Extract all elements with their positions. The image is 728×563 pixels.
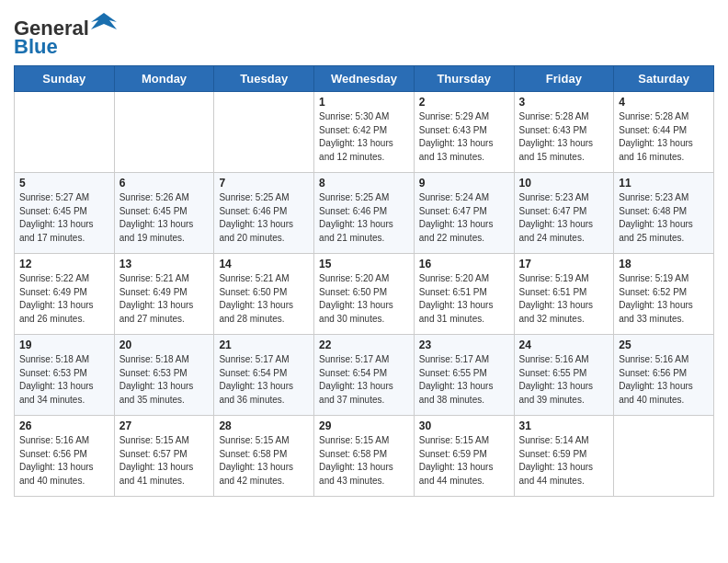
calendar-cell: 14Sunrise: 5:21 AM Sunset: 6:50 PM Dayli… (214, 254, 314, 335)
calendar-cell: 24Sunrise: 5:16 AM Sunset: 6:55 PM Dayli… (514, 335, 614, 416)
day-info: Sunrise: 5:15 AM Sunset: 6:59 PM Dayligh… (419, 434, 509, 488)
calendar-cell: 27Sunrise: 5:15 AM Sunset: 6:57 PM Dayli… (114, 416, 214, 497)
calendar-cell (614, 416, 714, 497)
calendar-cell: 10Sunrise: 5:23 AM Sunset: 6:47 PM Dayli… (514, 173, 614, 254)
calendar-cell: 11Sunrise: 5:23 AM Sunset: 6:48 PM Dayli… (614, 173, 714, 254)
day-info: Sunrise: 5:15 AM Sunset: 6:57 PM Dayligh… (119, 434, 210, 488)
calendar-week-1: 1Sunrise: 5:30 AM Sunset: 6:42 PM Daylig… (15, 92, 714, 173)
day-number: 5 (19, 177, 109, 190)
calendar-cell: 15Sunrise: 5:20 AM Sunset: 6:50 PM Dayli… (314, 254, 415, 335)
calendar-table: SundayMondayTuesdayWednesdayThursdayFrid… (14, 65, 714, 497)
day-info: Sunrise: 5:20 AM Sunset: 6:50 PM Dayligh… (319, 272, 409, 326)
calendar-cell: 1Sunrise: 5:30 AM Sunset: 6:42 PM Daylig… (314, 92, 415, 173)
calendar-cell: 5Sunrise: 5:27 AM Sunset: 6:45 PM Daylig… (15, 173, 115, 254)
weekday-header-saturday: Saturday (614, 66, 714, 92)
day-info: Sunrise: 5:16 AM Sunset: 6:56 PM Dayligh… (19, 434, 109, 488)
day-info: Sunrise: 5:22 AM Sunset: 6:49 PM Dayligh… (19, 272, 109, 326)
day-info: Sunrise: 5:21 AM Sunset: 6:49 PM Dayligh… (119, 272, 210, 326)
calendar-cell: 2Sunrise: 5:29 AM Sunset: 6:43 PM Daylig… (414, 92, 514, 173)
day-info: Sunrise: 5:14 AM Sunset: 6:59 PM Dayligh… (519, 434, 609, 488)
calendar-cell: 20Sunrise: 5:18 AM Sunset: 6:53 PM Dayli… (114, 335, 214, 416)
calendar-cell: 22Sunrise: 5:17 AM Sunset: 6:54 PM Dayli… (314, 335, 415, 416)
calendar-cell: 30Sunrise: 5:15 AM Sunset: 6:59 PM Dayli… (414, 416, 514, 497)
day-number: 13 (119, 258, 210, 270)
day-number: 11 (619, 177, 709, 190)
day-number: 20 (119, 339, 210, 351)
day-number: 18 (619, 258, 709, 270)
day-info: Sunrise: 5:15 AM Sunset: 6:58 PM Dayligh… (319, 434, 409, 488)
day-info: Sunrise: 5:23 AM Sunset: 6:47 PM Dayligh… (519, 191, 609, 245)
calendar-cell: 25Sunrise: 5:16 AM Sunset: 6:56 PM Dayli… (614, 335, 714, 416)
calendar-week-5: 26Sunrise: 5:16 AM Sunset: 6:56 PM Dayli… (15, 416, 714, 497)
day-number: 24 (519, 339, 609, 351)
day-info: Sunrise: 5:16 AM Sunset: 6:55 PM Dayligh… (519, 353, 609, 407)
day-info: Sunrise: 5:19 AM Sunset: 6:51 PM Dayligh… (519, 272, 609, 326)
weekday-header-wednesday: Wednesday (314, 66, 415, 92)
day-number: 10 (519, 177, 609, 190)
logo: General Blue (14, 9, 117, 58)
calendar-cell: 13Sunrise: 5:21 AM Sunset: 6:49 PM Dayli… (114, 254, 214, 335)
day-number: 14 (219, 258, 309, 270)
calendar-cell: 28Sunrise: 5:15 AM Sunset: 6:58 PM Dayli… (214, 416, 314, 497)
day-number: 3 (519, 96, 609, 109)
logo-blue-text: Blue (14, 35, 58, 58)
calendar-week-3: 12Sunrise: 5:22 AM Sunset: 6:49 PM Dayli… (15, 254, 714, 335)
day-number: 22 (319, 339, 409, 351)
day-info: Sunrise: 5:25 AM Sunset: 6:46 PM Dayligh… (219, 191, 309, 245)
day-info: Sunrise: 5:29 AM Sunset: 6:43 PM Dayligh… (419, 110, 509, 164)
calendar-week-4: 19Sunrise: 5:18 AM Sunset: 6:53 PM Dayli… (15, 335, 714, 416)
calendar-cell: 7Sunrise: 5:25 AM Sunset: 6:46 PM Daylig… (214, 173, 314, 254)
calendar-cell (15, 92, 115, 173)
day-info: Sunrise: 5:28 AM Sunset: 6:44 PM Dayligh… (619, 110, 709, 164)
calendar-week-2: 5Sunrise: 5:27 AM Sunset: 6:45 PM Daylig… (15, 173, 714, 254)
weekday-header-row: SundayMondayTuesdayWednesdayThursdayFrid… (15, 66, 714, 92)
day-number: 23 (419, 339, 509, 351)
day-number: 17 (519, 258, 609, 270)
day-info: Sunrise: 5:20 AM Sunset: 6:51 PM Dayligh… (419, 272, 509, 326)
calendar-cell: 16Sunrise: 5:20 AM Sunset: 6:51 PM Dayli… (414, 254, 514, 335)
day-number: 7 (219, 177, 309, 190)
calendar-cell: 6Sunrise: 5:26 AM Sunset: 6:45 PM Daylig… (114, 173, 214, 254)
weekday-header-friday: Friday (514, 66, 614, 92)
calendar-cell: 8Sunrise: 5:25 AM Sunset: 6:46 PM Daylig… (314, 173, 415, 254)
day-info: Sunrise: 5:17 AM Sunset: 6:54 PM Dayligh… (219, 353, 309, 407)
calendar-cell: 31Sunrise: 5:14 AM Sunset: 6:59 PM Dayli… (514, 416, 614, 497)
calendar-cell: 3Sunrise: 5:28 AM Sunset: 6:43 PM Daylig… (514, 92, 614, 173)
calendar-cell: 29Sunrise: 5:15 AM Sunset: 6:58 PM Dayli… (314, 416, 415, 497)
calendar-cell (114, 92, 214, 173)
calendar-cell: 19Sunrise: 5:18 AM Sunset: 6:53 PM Dayli… (15, 335, 115, 416)
calendar-cell: 26Sunrise: 5:16 AM Sunset: 6:56 PM Dayli… (15, 416, 115, 497)
day-info: Sunrise: 5:17 AM Sunset: 6:55 PM Dayligh… (419, 353, 509, 407)
day-info: Sunrise: 5:30 AM Sunset: 6:42 PM Dayligh… (319, 110, 409, 164)
day-number: 12 (19, 258, 109, 270)
day-info: Sunrise: 5:18 AM Sunset: 6:53 PM Dayligh… (19, 353, 109, 407)
day-number: 15 (319, 258, 409, 270)
day-info: Sunrise: 5:26 AM Sunset: 6:45 PM Dayligh… (119, 191, 210, 245)
calendar-cell: 17Sunrise: 5:19 AM Sunset: 6:51 PM Dayli… (514, 254, 614, 335)
calendar-cell: 9Sunrise: 5:24 AM Sunset: 6:47 PM Daylig… (414, 173, 514, 254)
day-info: Sunrise: 5:21 AM Sunset: 6:50 PM Dayligh… (219, 272, 309, 326)
calendar-cell: 18Sunrise: 5:19 AM Sunset: 6:52 PM Dayli… (614, 254, 714, 335)
logo-bird-icon (91, 9, 117, 35)
day-number: 19 (19, 339, 109, 351)
day-number: 21 (219, 339, 309, 351)
day-number: 9 (419, 177, 509, 190)
day-number: 29 (319, 419, 409, 432)
day-info: Sunrise: 5:24 AM Sunset: 6:47 PM Dayligh… (419, 191, 509, 245)
day-info: Sunrise: 5:19 AM Sunset: 6:52 PM Dayligh… (619, 272, 709, 326)
day-info: Sunrise: 5:23 AM Sunset: 6:48 PM Dayligh… (619, 191, 709, 245)
day-number: 8 (319, 177, 409, 190)
day-number: 25 (619, 339, 709, 351)
day-number: 6 (119, 177, 210, 190)
day-info: Sunrise: 5:18 AM Sunset: 6:53 PM Dayligh… (119, 353, 210, 407)
day-info: Sunrise: 5:28 AM Sunset: 6:43 PM Dayligh… (519, 110, 609, 164)
calendar-cell: 4Sunrise: 5:28 AM Sunset: 6:44 PM Daylig… (614, 92, 714, 173)
day-number: 1 (319, 96, 409, 109)
day-number: 31 (519, 419, 609, 432)
day-info: Sunrise: 5:17 AM Sunset: 6:54 PM Dayligh… (319, 353, 409, 407)
calendar-cell: 23Sunrise: 5:17 AM Sunset: 6:55 PM Dayli… (414, 335, 514, 416)
page-header: General Blue (14, 9, 714, 58)
day-number: 16 (419, 258, 509, 270)
calendar-cell: 12Sunrise: 5:22 AM Sunset: 6:49 PM Dayli… (15, 254, 115, 335)
weekday-header-sunday: Sunday (15, 66, 115, 92)
